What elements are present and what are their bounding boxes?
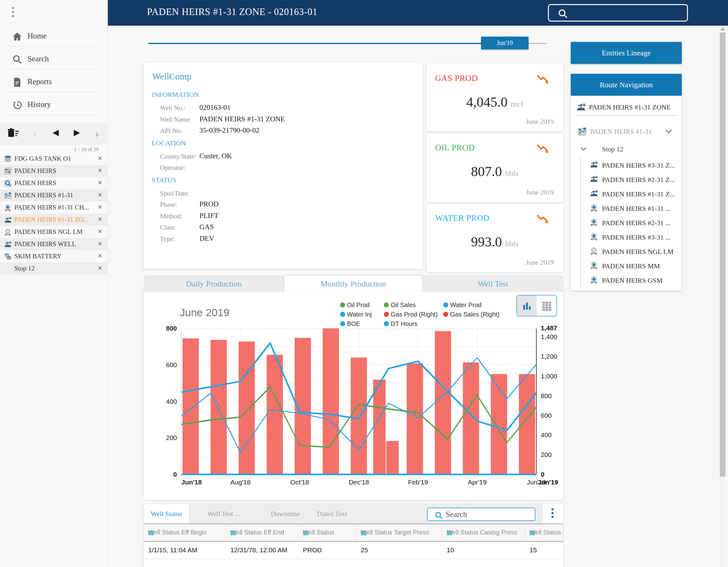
column-header[interactable]: Well Status Eff Begin (144, 524, 226, 541)
chevron-down-icon[interactable] (664, 127, 673, 136)
entity-list-item[interactable]: PADEN HEIRS #1-31 CH...× (0, 201, 108, 213)
close-icon[interactable]: × (98, 264, 102, 272)
route-child-item[interactable]: PADEN HEIRS #1-31 ... (571, 203, 682, 215)
clear-list-button[interactable] (7, 128, 19, 140)
wellcomp-section-heading: INFORMATION (152, 91, 199, 99)
table-view-button[interactable] (537, 296, 556, 316)
svg-text:200: 200 (541, 451, 552, 458)
entity-list-item[interactable]: PADEN HEIRS WELL× (0, 238, 108, 250)
scrollbar-thumb[interactable] (720, 33, 725, 477)
tab-monthly-production[interactable]: Monthly Production (284, 275, 423, 292)
trash-icon (7, 128, 19, 138)
column-header[interactable]: Well Status Eff End (226, 524, 299, 541)
close-icon[interactable]: × (98, 227, 102, 235)
gas-prod-card[interactable]: GAS PROD4,045.0mcfJune 2019 (426, 64, 563, 131)
column-header[interactable]: Well Status Casing Press (442, 524, 525, 541)
field-label: Operator: (160, 164, 185, 172)
divider (8, 69, 98, 69)
route-child-item[interactable]: PADEN HEIRS NGL LM (571, 246, 682, 258)
route-root-item[interactable]: PADEN HEIRS #1-31 ZONE (571, 101, 682, 114)
table-tab-welltest[interactable]: Well Test ... (200, 504, 247, 524)
route-child-item[interactable]: PADEN HEIRS #2-31 Z... (571, 174, 682, 186)
legend-item[interactable]: Water Inj (340, 310, 384, 319)
sidebar-item-search[interactable]: Search (0, 50, 108, 69)
route-child-item[interactable]: PADEN HEIRS MM (571, 260, 682, 273)
hamburger-icon[interactable] (361, 530, 367, 535)
page-scrollbar[interactable] (720, 26, 726, 567)
production-chart[interactable]: 02004006008002004006008001,0001,2001,400… (144, 323, 563, 498)
table-tab-wellstatus[interactable]: Well Status (144, 504, 189, 524)
route-child-item[interactable]: PADEN HEIRS #2-31 ... (571, 217, 682, 229)
scroll-up-icon[interactable] (720, 28, 725, 30)
legend-item[interactable]: Oil Sales (384, 300, 443, 310)
water-prod-card[interactable]: WATER PROD993.0bblsJune 2019 (426, 204, 563, 272)
tab-well-test[interactable]: Well Test (423, 275, 563, 292)
sidebar-menu-icon[interactable] (12, 7, 14, 19)
hamburger-icon[interactable] (447, 530, 453, 535)
app-root: HomeSearchReportsHistory ‹ ◀ ▶ › 1 - 10 … (0, 0, 728, 567)
legend-item[interactable]: Oil Prod (340, 300, 384, 310)
first-page-button[interactable]: ‹ (29, 128, 41, 140)
hamburger-icon[interactable] (303, 530, 309, 535)
column-header[interactable]: Well Status Target Press (356, 524, 442, 541)
legend-item[interactable]: Gas Sales (Right) (443, 310, 495, 319)
sidebar-item-history[interactable]: History (0, 95, 108, 115)
hamburger-icon[interactable] (230, 530, 237, 535)
entity-list-item[interactable]: PADEN HEIRS #1-31 ZO...× (0, 213, 108, 226)
table-tab-datedtext[interactable]: Dated Text (310, 504, 354, 524)
timeline-track-remainder[interactable] (529, 43, 546, 44)
entity-list-item[interactable]: PADEN HEIRS× (0, 177, 108, 189)
oil-prod-card[interactable]: OIL PROD807.0bblsJune 2019 (426, 133, 563, 202)
route-child-item[interactable]: PADEN HEIRS #3-31 Z... (571, 159, 682, 172)
close-icon[interactable]: × (98, 191, 102, 199)
sidebar-item-home[interactable]: Home (0, 27, 108, 46)
close-icon[interactable]: × (98, 252, 102, 260)
gas-valve-icon (590, 275, 598, 284)
hamburger-icon[interactable] (530, 530, 536, 535)
timeline-current-marker[interactable]: Jun'19 (481, 37, 529, 49)
hamburger-icon[interactable] (148, 530, 154, 535)
table-tab-downtime[interactable]: Downtime (264, 504, 307, 524)
timeline-track[interactable] (148, 43, 481, 44)
chevron-down-icon[interactable] (580, 145, 588, 153)
prev-page-button[interactable]: ◀ (49, 128, 62, 140)
svg-text:800: 800 (166, 325, 177, 332)
route-child-item[interactable]: PADEN HEIRS GSM (571, 274, 682, 287)
table-search-input[interactable]: Search (427, 508, 535, 521)
sidebar-item-reports[interactable]: Reports (0, 73, 108, 92)
chart-card: June 2019 Oil ProdOil SalesWater ProdWat… (144, 292, 563, 500)
entity-list-item[interactable]: SKIM BATTERY× (0, 250, 108, 262)
close-icon[interactable]: × (98, 166, 102, 174)
entity-list-item[interactable]: PADEN HEIRS× (0, 165, 108, 177)
route-parent-item[interactable]: PADEN HEIRS #1-31 (571, 126, 682, 138)
entity-list-item[interactable]: FDG GAS TANK O1× (0, 153, 108, 165)
svg-text:400: 400 (541, 431, 552, 439)
svg-text:Jun'18: Jun'18 (181, 479, 202, 486)
field-value: Custer, OK (199, 152, 232, 160)
last-page-button[interactable]: › (91, 128, 103, 140)
route-child-item[interactable]: PADEN HEIRS #1-31 Z... (571, 188, 682, 201)
entity-list-item[interactable]: Stop 12× (0, 262, 108, 274)
column-header[interactable]: Well Status (299, 524, 356, 541)
table-row[interactable]: 1/1/15, 11:04 AM12/31/78, 12:00 AMPROD25… (144, 542, 563, 559)
close-icon[interactable]: × (98, 215, 102, 223)
column-header[interactable]: Well Status (525, 524, 563, 541)
close-icon[interactable]: × (98, 203, 102, 211)
table-menu-icon[interactable] (551, 508, 555, 519)
entities-lineage-button[interactable]: Entities Lineage (571, 42, 682, 64)
legend-item[interactable]: Gas Prod (Right) (384, 310, 443, 319)
route-child-item[interactable]: PADEN HEIRS #3-31 ... (571, 231, 682, 244)
entity-list-item[interactable]: PADEN HEIRS #1-31× (0, 189, 108, 201)
entity-list-item[interactable]: PADEN HEIRS NGL LM× (0, 226, 108, 238)
close-icon[interactable]: × (98, 178, 102, 187)
route-stop-item[interactable]: Stop 12 (571, 143, 682, 156)
close-icon[interactable]: × (98, 154, 102, 162)
top-header: PADEN HEIRS #1-31 ZONE - 020163-01 (108, 0, 728, 26)
close-icon[interactable]: × (98, 239, 102, 248)
next-page-button[interactable]: ▶ (71, 128, 83, 140)
legend-item[interactable]: Water Prod (443, 300, 495, 310)
svg-text:Oct'18: Oct'18 (290, 479, 309, 486)
tab-daily-production[interactable]: Daily Production (144, 275, 284, 292)
chart-view-button[interactable] (517, 296, 537, 316)
header-search-input[interactable] (548, 4, 688, 22)
